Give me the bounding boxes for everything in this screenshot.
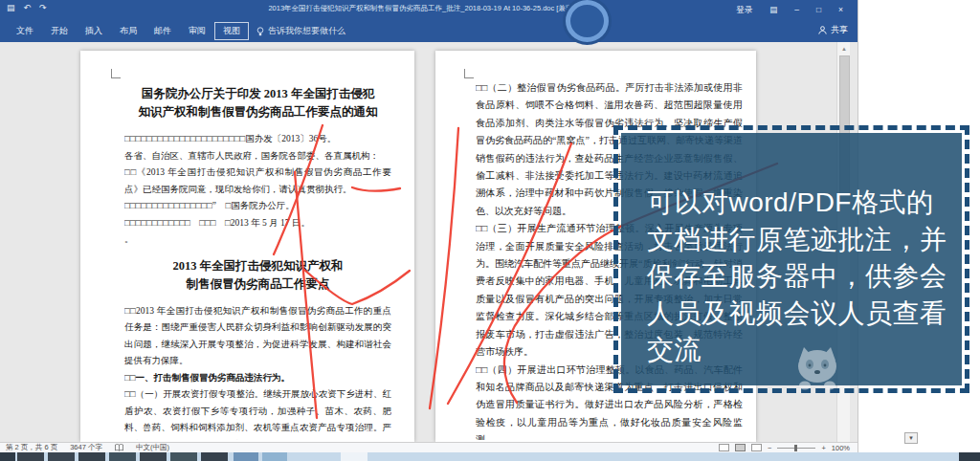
zoom-in-button[interactable]: + — [821, 444, 825, 452]
callout-fill: 可以对word/PDF格式的文档进行原笔迹批注，并保存至服务器中，供参会人员及视… — [621, 133, 962, 385]
zoom-level[interactable]: 100% — [832, 444, 850, 452]
scroll-up-icon[interactable]: ▲ — [838, 43, 850, 55]
undo-icon[interactable]: ↶ — [24, 3, 32, 12]
tab-file[interactable]: 文件 — [8, 22, 42, 40]
doc-paragraph: □□2013 年全国打击侵犯知识产权和制售假冒伪劣商品工作的重点任务是：围绕严重… — [124, 303, 391, 370]
doc-paragraph: □□（一）开展农资打假专项整治。继续开展放心农资下乡进村、红盾护农、农资打假下乡… — [124, 386, 391, 440]
proofing-book-icon[interactable] — [115, 444, 123, 451]
taskbar-app-icon[interactable] — [48, 452, 75, 461]
tab-mailings[interactable]: 邮件 — [145, 22, 180, 40]
screen: ▤ ↶ ↷ 2013年全国打击侵犯知识产权和制售假冒伪劣商品工作_批注_2018… — [0, 0, 980, 461]
redo-icon[interactable]: ↷ — [39, 3, 47, 12]
ribbon-display-options-icon[interactable]: ▤ — [761, 0, 786, 20]
margin-crop-mark — [464, 69, 474, 78]
share-label: 共享 — [831, 24, 848, 36]
word-count[interactable]: 3647 个字 — [70, 443, 102, 452]
taskbar-app-icon[interactable] — [341, 452, 368, 461]
doc-title-line: 国务院办公厅关于印发 2013 年全国打击侵犯 — [124, 85, 391, 103]
language-indicator[interactable]: 中文(中国) — [136, 443, 169, 452]
tab-insert[interactable]: 插入 — [77, 22, 111, 40]
share-button[interactable]: 共享 — [818, 24, 848, 36]
doc-paragraph: □□《2013 年全国打击侵犯知识产权和制售假冒伪劣商品工作要点》已经国务院同意… — [124, 165, 391, 198]
doc-number: □□□□□□□□□□□□□□□□□□□□□□国办发〔2013〕36号。 — [124, 131, 391, 148]
tell-me-box[interactable]: 告诉我你想要做什么 — [256, 25, 345, 37]
taskbar-app-icon[interactable] — [109, 452, 136, 461]
husky-mascot-icon — [791, 345, 843, 393]
taskbar-app-icon[interactable] — [262, 452, 287, 461]
status-bar: 第 2 页，共 6 页 3647 个字 中文(中国) − + 100% — [0, 442, 858, 452]
margin-crop-mark — [111, 69, 121, 78]
taskbar-app-icon[interactable] — [78, 452, 105, 461]
zoom-slider-thumb[interactable] — [794, 445, 797, 451]
stray-dropdown-button[interactable]: ▼ — [904, 432, 918, 444]
doc-date: □□□□□□□□□□□□ □□□ □2013 年 5 月 17 日。 — [124, 215, 391, 232]
doc-addressee: 各省、自治区、直辖市人民政府，国务院各部委、各直属机构： — [124, 148, 391, 165]
tab-home[interactable]: 开始 — [42, 22, 77, 40]
lightbulb-icon — [256, 27, 264, 36]
taskbar-end-segment[interactable] — [959, 452, 980, 461]
ribbon-tab-bar: 文件 开始 插入 布局 邮件 审阅 视图 告诉我你想要做什么 — [0, 20, 858, 42]
zoom-slider[interactable] — [777, 448, 815, 449]
taskbar-app-icon[interactable] — [234, 452, 258, 461]
annotation-callout-box: 可以对word/PDF格式的文档进行原笔迹批注，并保存至服务器中，供参会人员及视… — [613, 125, 969, 393]
read-mode-icon[interactable] — [719, 444, 729, 451]
window-controls: 登录 ▤ – □ × — [727, 0, 852, 20]
close-button[interactable]: × — [830, 0, 852, 20]
taskbar-app-icon[interactable] — [140, 452, 167, 461]
callout-text: 可以对word/PDF格式的文档进行原笔迹批注，并保存至服务器中，供参会人员及视… — [647, 185, 952, 369]
title-bar: ▤ ↶ ↷ 2013年全国打击侵犯知识产权和制售假冒伪劣商品工作_批注_2018… — [0, 0, 858, 20]
taskbar-app-icon[interactable] — [170, 452, 197, 461]
taskbar-app-icon[interactable] — [201, 452, 228, 461]
quick-access-toolbar: ▤ ↶ ↷ — [7, 3, 47, 12]
minimize-button[interactable]: – — [786, 0, 808, 20]
page-indicator[interactable]: 第 2 页，共 6 页 — [6, 443, 57, 452]
page-left-content: 国务院办公厅关于印发 2013 年全国打击侵犯 知识产权和制售假冒伪劣商品工作要… — [124, 85, 391, 440]
doc-subtitle-line: 2013 年全国打击侵犯知识产权和 — [124, 257, 391, 275]
taskbar-app-icon[interactable] — [17, 452, 44, 461]
restore-button[interactable]: □ — [808, 0, 830, 20]
tab-review[interactable]: 审阅 — [180, 22, 214, 40]
doc-subtitle-line: 制售假冒伪劣商品工作要点 — [124, 275, 391, 294]
print-layout-icon[interactable] — [735, 444, 746, 451]
person-icon — [818, 26, 827, 34]
tell-me-label: 告诉我你想要做什么 — [268, 25, 345, 37]
zoom-out-button[interactable]: − — [768, 444, 771, 452]
login-button[interactable]: 登录 — [727, 0, 761, 20]
save-icon[interactable]: ▤ — [7, 3, 15, 12]
tab-view[interactable]: 视图 — [214, 22, 249, 40]
doc-section-heading: □□一、打击制售假冒伪劣商品违法行为。 — [124, 370, 391, 387]
taskbar[interactable] — [0, 452, 980, 461]
doc-paragraph-mark: 。 — [124, 231, 391, 249]
tab-layout[interactable]: 布局 — [111, 22, 145, 40]
page-left[interactable]: 国务院办公厅关于印发 2013 年全国打击侵犯 知识产权和制售假冒伪劣商品工作要… — [80, 51, 414, 442]
taskbar-start-segment[interactable] — [0, 452, 15, 461]
web-layout-icon[interactable] — [751, 444, 762, 451]
window-title: 2013年全国打击侵犯知识产权和制售假冒伪劣商品工作_批注_2018-03-19… — [115, 4, 743, 13]
doc-signature: □□□□□□□□□□□□□□□□” □国务院办公厅。 — [124, 198, 391, 215]
floating-circle-badge[interactable] — [566, 0, 609, 42]
doc-title-line: 知识产权和制售假冒伪劣商品工作要点的通知 — [124, 103, 391, 121]
